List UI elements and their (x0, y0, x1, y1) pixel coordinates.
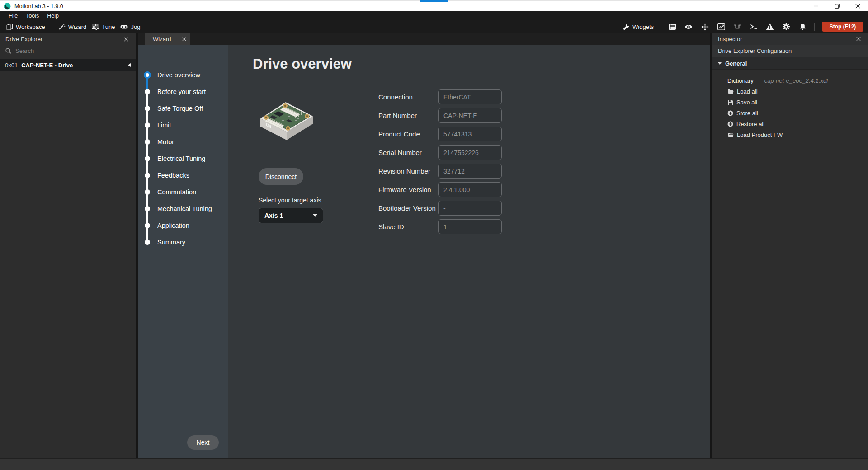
app-window: MotionLab 3 - 1.9.0 File Tools Help Work… (0, 0, 868, 470)
field-label: Slave ID (378, 223, 438, 230)
chevron-down-icon (718, 62, 722, 65)
connection-field[interactable] (438, 89, 502, 104)
warnings-button[interactable] (766, 23, 774, 31)
form-row-revision-number: Revision Number (378, 164, 502, 179)
wizard-step-drive-overview[interactable]: Drive overview (138, 66, 228, 83)
stop-button[interactable]: Stop (F12) (822, 22, 863, 32)
toolbar-right: Widgets (620, 22, 864, 32)
form-row-firmware-version: Firmware Version (378, 182, 502, 197)
step-dot (145, 89, 150, 94)
wizard-step-summary[interactable]: Summary (138, 234, 228, 250)
product-code-field[interactable] (438, 127, 502, 141)
part-number-field[interactable] (438, 108, 502, 123)
wizard-step-commutation[interactable]: Commutation (138, 183, 228, 200)
workspace-button[interactable]: Workspace (4, 20, 48, 33)
inspector-subtitle: Drive Explorer Configuration (712, 45, 868, 57)
terminal-button[interactable] (750, 23, 758, 31)
registers-table-button[interactable] (668, 23, 676, 31)
field-label: Part Number (378, 112, 438, 119)
close-button[interactable] (847, 1, 868, 11)
wizard-step-feedbacks[interactable]: Feedbacks (138, 167, 228, 183)
workspace-icon (6, 24, 13, 30)
drive-tree-item[interactable]: 0x01 CAP-NET-E - Drive (0, 59, 136, 71)
menu-help[interactable]: Help (43, 11, 63, 20)
collapse-left-icon[interactable] (128, 63, 131, 67)
signal-wave-button[interactable] (733, 23, 741, 31)
move-icon (701, 23, 709, 31)
notifications-button[interactable] (798, 23, 807, 31)
step-dot (145, 206, 150, 212)
wizard-content: Drive overview (228, 45, 710, 458)
step-dot (145, 223, 150, 228)
wizard-icon (58, 23, 66, 30)
wizard-step-application[interactable]: Application (138, 217, 228, 234)
save-all-button[interactable]: Save all (727, 97, 868, 108)
app-logo-icon (4, 3, 11, 10)
drive-info-form: Connection Part Number Product Code (378, 89, 502, 238)
widgets-label: Widgets (632, 24, 654, 30)
minimize-button[interactable] (806, 1, 826, 11)
wizard-label: Wizard (68, 24, 86, 30)
restore-button[interactable] (826, 1, 847, 11)
menu-file[interactable]: File (5, 11, 22, 20)
slave-id-field[interactable] (438, 219, 502, 234)
bell-icon (799, 23, 806, 30)
inspector-close-button[interactable] (854, 35, 863, 43)
wizard-step-safe-torque-off[interactable]: Safe Torque Off (138, 100, 228, 117)
firmware-version-field[interactable] (438, 182, 502, 197)
window-controls (806, 1, 868, 11)
toolbar-separator (814, 23, 815, 31)
wizard-button[interactable]: Wizard (56, 20, 89, 33)
bootloader-version-field[interactable] (438, 201, 502, 216)
menu-tools[interactable]: Tools (22, 11, 43, 20)
tab-close-icon[interactable] (182, 37, 186, 41)
search-bar (0, 45, 136, 56)
drive-name: CAP-NET-E - Drive (21, 62, 73, 69)
search-input[interactable] (15, 47, 130, 54)
widgets-button[interactable]: Widgets (620, 24, 656, 30)
field-label: Revision Number (378, 167, 438, 175)
field-label: Firmware Version (378, 186, 438, 193)
jog-button[interactable]: Jog (118, 20, 143, 33)
drive-explorer-close-button[interactable] (122, 35, 130, 43)
tune-button[interactable]: Tune (89, 20, 118, 33)
disconnect-button[interactable]: Disconnect (259, 168, 303, 185)
wizard-step-limit[interactable]: Limit (138, 117, 228, 133)
step-dot (145, 189, 150, 195)
load-all-button[interactable]: Load all (727, 86, 868, 97)
motion-move-button[interactable] (701, 23, 709, 31)
store-all-button[interactable]: Store all (727, 108, 868, 118)
tab-wizard[interactable]: Wizard (145, 33, 190, 45)
axis-select-value: Axis 1 (264, 212, 283, 219)
load-product-fw-button[interactable]: Load Product FW (727, 129, 868, 140)
dictionary-row[interactable]: Dictionary cap-net-e_eoe_2.4.1.xdf (727, 75, 868, 86)
revision-number-field[interactable] (438, 164, 502, 179)
wizard-step-before-your-start[interactable]: Before your start (138, 83, 228, 100)
wizard-area: Wizard Drive overview Before your start (138, 33, 710, 458)
field-label: Serial Number (378, 149, 438, 156)
drive-address: 0x01 (5, 62, 18, 69)
terminal-icon (750, 24, 758, 30)
settings-button[interactable] (782, 23, 790, 31)
action-label: Load Product FW (737, 132, 783, 138)
plus-circle-icon (727, 121, 733, 127)
toolbar: Workspace Wizard Tune (0, 20, 868, 33)
monitor-eye-button[interactable] (684, 23, 693, 31)
field-label: Product Code (378, 130, 438, 138)
axis-select-dropdown[interactable]: Axis 1 (259, 208, 323, 223)
step-dot (145, 106, 150, 111)
drive-product-image (257, 90, 316, 141)
serial-number-field[interactable] (438, 145, 502, 160)
restore-all-button[interactable]: Restore all (727, 118, 868, 129)
scope-chart-button[interactable] (717, 23, 725, 31)
inspector-title: Inspector (718, 36, 742, 42)
wizard-step-electrical-tuning[interactable]: Electrical Tuning (138, 150, 228, 167)
wizard-step-motor[interactable]: Motor (138, 133, 228, 150)
menubar: File Tools Help (0, 11, 868, 20)
inspector-items: Dictionary cap-net-e_eoe_2.4.1.xdf Load … (712, 70, 868, 140)
folder-open-icon (727, 132, 734, 138)
close-icon (124, 37, 128, 42)
next-button[interactable]: Next (187, 435, 219, 450)
wizard-step-mechanical-tuning[interactable]: Mechanical Tuning (138, 200, 228, 217)
section-general[interactable]: General (712, 57, 868, 70)
